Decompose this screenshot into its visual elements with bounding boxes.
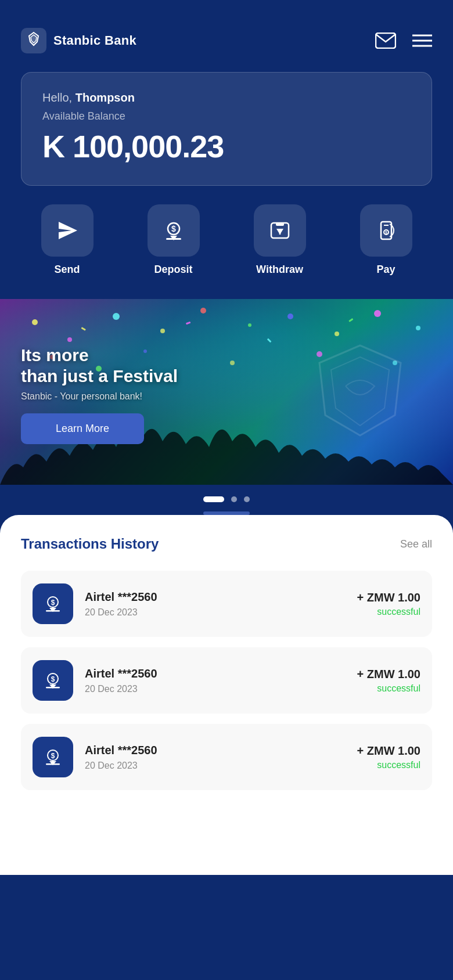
message-button[interactable] [375,33,396,49]
deposit-icon: $ [161,218,186,243]
transaction-date: 20 Dec 2023 [85,761,346,771]
svg-rect-36 [267,338,272,343]
transaction-date: 20 Dec 2023 [85,607,346,618]
quick-actions: Send $ Deposit Withdraw [0,204,453,299]
balance-card: Hello, Thompson Available Balance K 100,… [21,72,432,186]
transaction-amount: + ZMW 1.00 [357,744,420,758]
svg-point-26 [374,310,381,317]
transaction-item: $ Airtel ***2560 20 Dec 2023 + ZMW 1.00 … [21,571,432,637]
header: Stanbic Bank [0,0,453,67]
transactions-panel: Transactions History See all $ Airtel **… [0,515,453,875]
svg-point-24 [287,314,293,319]
deposit-transaction-icon: $ [42,669,64,691]
transaction-status: successful [357,760,420,770]
transaction-amount-area: + ZMW 1.00 successful [357,591,420,617]
transaction-item: $ Airtel ***2560 20 Dec 2023 + ZMW 1.00 … [21,647,432,714]
pay-action[interactable]: $ Pay [360,204,412,276]
pay-icon: $ [374,218,398,243]
pay-label: Pay [376,264,395,276]
balance-amount: K 100,000.23 [42,128,411,164]
svg-marker-5 [59,222,77,239]
stanbic-logo-icon [21,28,46,53]
transaction-amount: + ZMW 1.00 [357,591,420,604]
user-name: Thompson [76,91,135,104]
svg-rect-34 [81,327,86,331]
transaction-name: Airtel ***2560 [85,667,346,680]
send-action[interactable]: Send [41,204,94,276]
carousel-dots [0,485,453,511]
greeting-prefix: Hello, [42,91,76,104]
banner-content: Its more than just a Festival Stanbic - … [21,345,432,444]
banner-subtitle: Stanbic - Your personal bank! [21,391,432,402]
svg-point-18 [32,319,38,325]
svg-text:$: $ [385,230,387,235]
greeting: Hello, Thompson [42,91,411,105]
menu-button[interactable] [412,34,432,48]
deposit-label: Deposit [154,264,192,276]
svg-rect-35 [186,322,191,325]
transaction-status: successful [357,683,420,694]
transaction-icon-box: $ [33,660,73,701]
svg-rect-11 [276,223,284,226]
send-label: Send [54,264,80,276]
svg-text:$: $ [51,599,55,607]
transaction-date: 20 Dec 2023 [85,684,346,694]
message-icon [375,33,396,49]
drag-handle [203,511,250,515]
deposit-icon-box: $ [148,204,200,257]
withdraw-label: Withdraw [256,264,303,276]
svg-point-22 [200,308,206,314]
see-all-button[interactable]: See all [400,538,432,550]
deposit-action[interactable]: $ Deposit [148,204,200,276]
svg-point-23 [248,323,251,327]
svg-text:$: $ [51,675,55,683]
transaction-amount-area: + ZMW 1.00 successful [357,744,420,770]
svg-text:$: $ [51,752,55,760]
pay-icon-box: $ [360,204,412,257]
send-icon [55,218,80,243]
promotional-banner: Its more than just a Festival Stanbic - … [0,299,453,485]
svg-point-20 [113,313,120,320]
svg-point-19 [67,337,72,342]
deposit-transaction-icon: $ [42,746,64,768]
dot-2[interactable] [231,496,237,502]
transaction-amount: + ZMW 1.00 [357,668,420,681]
withdraw-icon [268,218,292,243]
transaction-name: Airtel ***2560 [85,590,346,604]
transaction-amount-area: + ZMW 1.00 successful [357,668,420,694]
dot-1[interactable] [203,496,224,502]
balance-label: Available Balance [42,110,411,123]
transactions-title: Transactions History [21,536,159,552]
svg-rect-37 [348,318,353,322]
transaction-details: Airtel ***2560 20 Dec 2023 [85,744,346,771]
transactions-header: Transactions History See all [21,536,432,552]
svg-point-27 [416,326,420,330]
transaction-icon-box: $ [33,737,73,777]
logo-text: Stanbic Bank [53,33,136,48]
transaction-name: Airtel ***2560 [85,744,346,757]
svg-rect-1 [376,33,396,48]
header-icons [375,33,432,49]
transaction-status: successful [357,607,420,617]
svg-point-21 [160,329,165,333]
deposit-transaction-icon: $ [42,593,64,615]
withdraw-icon-box [254,204,306,257]
svg-text:$: $ [171,224,176,233]
transaction-details: Airtel ***2560 20 Dec 2023 [85,667,346,694]
learn-more-button[interactable]: Learn More [21,413,144,444]
svg-point-25 [335,332,339,336]
banner-title: Its more than just a Festival [21,345,432,387]
logo-area: Stanbic Bank [21,28,136,53]
withdraw-action[interactable]: Withdraw [254,204,306,276]
transaction-icon-box: $ [33,583,73,624]
transaction-details: Airtel ***2560 20 Dec 2023 [85,590,346,618]
hamburger-icon [412,34,432,48]
send-icon-box [41,204,94,257]
dot-3[interactable] [244,496,250,502]
transaction-item: $ Airtel ***2560 20 Dec 2023 + ZMW 1.00 … [21,724,432,790]
